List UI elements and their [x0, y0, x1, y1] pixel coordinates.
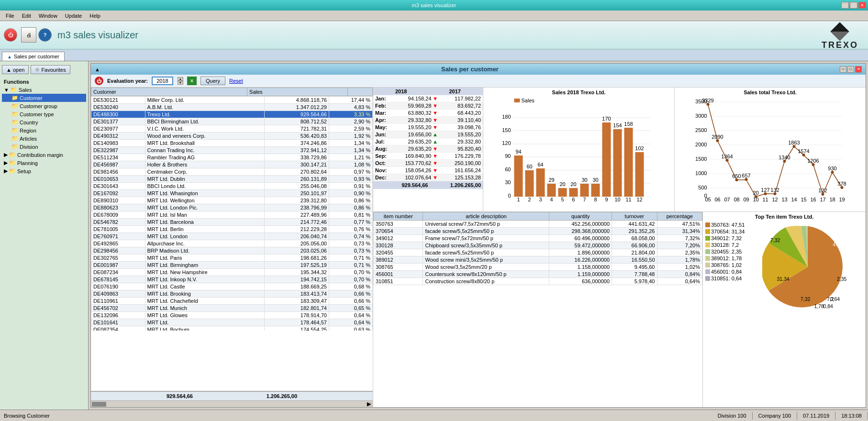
cell-pct: 0,93 % [329, 176, 372, 183]
table-row[interactable]: DE087354 MRT Ltd. Bochum 174.554,25 0,63… [91, 326, 373, 331]
minimize-btn[interactable]: ─ [841, 2, 849, 9]
cell-pct: 0,66 % [329, 298, 372, 305]
table-row[interactable]: DE001987 MRT Ltd. Birmingham 197.525,19 … [91, 262, 373, 269]
table-row[interactable]: DE530240 A.B.M. Ltd. 1.347.012,29 4,83 % [91, 104, 373, 111]
sidebar-item-sales[interactable]: ▼ 📁 Sales [2, 86, 86, 94]
sidebar-item-country[interactable]: 📁 Country [2, 118, 86, 126]
win-maximize-btn[interactable]: □ [847, 66, 854, 73]
col-percentage: percentage [657, 212, 702, 221]
table-row[interactable]: DE101641 MRT Ltd. 178.464,57 0,64 % [91, 319, 373, 326]
open-button[interactable]: ▲ open [2, 65, 29, 74]
favourites-button[interactable]: ☆ Favourites [31, 65, 70, 74]
table-row[interactable]: DE230977 V.I.C. Work Ltd. 721.782,31 2,5… [91, 125, 373, 133]
table-row[interactable]: DE456987 Holler & Brothers 300.147,21 1,… [91, 161, 373, 168]
folder-icon-customer: 📁 [11, 95, 18, 101]
menu-file[interactable]: File [2, 12, 18, 20]
table-row[interactable]: DE322987 Connan Trading Inc. 372.941,12 … [91, 147, 373, 154]
table-row[interactable]: DE167092 MRT Ltd. Whasington 250.101,97 … [91, 190, 373, 197]
table-row[interactable]: DE301377 BBCI Birmingham Ltd. 808.712,52… [91, 118, 373, 125]
table-row[interactable]: DE488300 Trexo Ltd. 929.564,66 3,33 % [91, 111, 373, 118]
customer-table: Customer Sales DE530121 Miller Corp. Ltd… [91, 88, 373, 391]
cell-customer-name: MRT Ltd. Brookshall [145, 140, 264, 147]
table-row[interactable]: DE409863 MRT Ltd. Brooking 183.413,74 0,… [91, 290, 373, 298]
total-2018: 929.564,66 [167, 393, 193, 399]
val-2018: 29.635,20 [389, 139, 432, 144]
year-down[interactable]: ▼ [178, 81, 183, 85]
query-button[interactable]: Query [200, 77, 225, 85]
table-row[interactable]: DE546782 MRT Ltd. Barcelona 214.772,46 0… [91, 219, 373, 226]
table-row[interactable]: DE302765 MRT Ltd. Paris 198.681,26 0,71 … [91, 255, 373, 262]
cell-item-num: 370654 [374, 228, 423, 235]
sidebar-item-division[interactable]: 📁 Division [2, 143, 86, 151]
scroll-right-btn[interactable]: ▶ [366, 402, 372, 407]
table-row[interactable]: DE781005 MRT Ltd. Berlin 212.229,28 0,76… [91, 226, 373, 233]
items-table-row[interactable]: 310851 Construction screw/8x80/20 p 636,… [374, 278, 702, 285]
sidebar-item-region[interactable]: 📁 Region [2, 126, 86, 134]
table-row[interactable]: DE140983 MRT Ltd. Brookshall 374.246,86 … [91, 140, 373, 147]
cell-customer-name: MRT Ltd. Castle [145, 283, 264, 290]
menu-window[interactable]: Window [35, 12, 61, 20]
year-up[interactable]: ▲ [178, 77, 183, 81]
table-row[interactable]: DE132096 MRT Ltd. Glowes 178.914,70 0,64… [91, 312, 373, 319]
year-input[interactable] [152, 77, 173, 85]
table-row[interactable]: DE456702 MRT Ltd. Munich 182.801,74 0,65… [91, 305, 373, 312]
table-row[interactable]: DE010653 MRT Ltd. Dublin 260.131,89 0,93… [91, 176, 373, 183]
maximize-btn[interactable]: □ [850, 2, 857, 9]
tab-sales-per-customer[interactable]: ▲ Sales per customer [2, 52, 65, 61]
items-table-row[interactable]: 350763 Universal screw/7,5x72mm/50 p 452… [374, 221, 702, 228]
menu-update[interactable]: Update [61, 12, 86, 20]
sidebar-item-planning[interactable]: ▶ 📁 Planning [2, 159, 86, 167]
cell-sales: 227.489,96 [264, 211, 329, 219]
cell-item-turnover: 21.804,00 [612, 249, 657, 256]
table-row[interactable]: DE301643 BBCI Londo Ltd. 255.046,08 0,91… [91, 183, 373, 190]
sidebar-item-contribution[interactable]: ▶ 📁 Contribution margin [2, 151, 86, 159]
menu-help[interactable]: Help [86, 12, 104, 20]
scroll-thumb[interactable] [92, 402, 106, 407]
table-row[interactable]: DE492865 Allpurchase Inc. 205.056,00 0,7… [91, 240, 373, 247]
table-row[interactable]: DE511234 Rambler Trading AG 338.729,86 1… [91, 154, 373, 161]
svg-text:11: 11 [625, 197, 631, 202]
sidebar-item-customer-type[interactable]: 📁 Customer type [2, 110, 86, 118]
sidebar-item-articles[interactable]: 📁 Articles [2, 134, 86, 143]
sidebar-controls: ▲ open ☆ Favourites [2, 63, 86, 78]
table-row[interactable]: DE490312 Wood and veneers Corp. 536.420,… [91, 133, 373, 140]
svg-text:10: 10 [614, 197, 620, 202]
table-row[interactable]: DE981456 Centmaker Corp. 270.802,64 0,97… [91, 168, 373, 176]
table-row[interactable]: DE076190 MRT Ltd. Castle 188.669,25 0,68… [91, 283, 373, 290]
sidebar-item-setup[interactable]: ▶ 📁 Setup [2, 167, 86, 175]
cell-item-qty: 1.158,000000 [549, 264, 612, 271]
horizontal-scrollbar[interactable]: ▶ [91, 400, 373, 407]
table-row[interactable]: DE298456 BRP Madison Ltd. 203.025,06 0,7… [91, 247, 373, 255]
content-window: ▲ Sales per customer ─ □ ✕ ⏻ Evaluation … [90, 63, 866, 408]
menu-edit[interactable]: Edit [18, 12, 35, 20]
print-icon[interactable]: 🖨 [21, 27, 36, 43]
val-2018: 153.770,62 [389, 160, 432, 166]
table-row[interactable]: DE087234 MRT Ltd. New Hampshire 195.344,… [91, 269, 373, 276]
win-close-btn[interactable]: ✕ [855, 66, 862, 73]
items-table-row[interactable]: 308765 Wood screw/3,5x25mm/20 p 1.158,00… [374, 264, 702, 271]
sidebar-item-customer-group[interactable]: 📁 Customer group [2, 102, 86, 110]
table-row[interactable]: DE890310 MRT Ltd. Wellington 239.312,80 … [91, 197, 373, 204]
table-row[interactable]: DE678145 MRT Ltd. Inkoop N.V. 194.742,15… [91, 276, 373, 283]
export-xls-btn[interactable]: X [187, 77, 197, 85]
table-row[interactable]: DE880623 MRT Ltd. London Pic. 238.796,99… [91, 204, 373, 211]
table-row[interactable]: DE678009 MRT Ltd. Isl Man 227.489,96 0,8… [91, 211, 373, 219]
items-table-row[interactable]: 349012 Frame screw/7,5x72mm/50 p 60.496,… [374, 235, 702, 242]
table-row[interactable]: DE110961 MRT Ltd. Chachefield 183.309,47… [91, 298, 373, 305]
val-2018: 94.158,24 [389, 96, 432, 101]
sidebar-item-customer[interactable]: 📁 Customer [2, 94, 86, 102]
power-icon[interactable]: ⏻ [4, 28, 17, 42]
table-row[interactable]: DE760971 MRT Ltd. London 206.040,74 0,74… [91, 233, 373, 240]
items-table-row[interactable]: 320455 facade screw/5,5x25mm/50 p 1.896,… [374, 249, 702, 256]
help-icon[interactable]: ? [38, 28, 52, 42]
pie-chart-panel: Top Ten item Trexo Ltd. 350763: 47,51 [703, 212, 866, 407]
items-table-row[interactable]: 456001 Countersunk screw/8x120mm/50 p 1.… [374, 271, 702, 278]
table-row[interactable]: DE530121 Miller Corp. Ltd. 4.868.118,76 … [91, 97, 373, 104]
close-app-btn[interactable]: ✕ [858, 2, 866, 9]
reset-button[interactable]: Reset [229, 78, 243, 84]
table-scroll[interactable]: DE530121 Miller Corp. Ltd. 4.868.118,76 … [91, 96, 373, 331]
items-table-row[interactable]: 389012 Wood screw mini/3,5x25mm/50 p 16.… [374, 256, 702, 264]
items-table-row[interactable]: 370654 facade screw/5,5x25mm/50 p 298.36… [374, 228, 702, 235]
items-table-row[interactable]: 330128 Chipboard screw/3,5x35mm/50 p 59.… [374, 242, 702, 249]
win-minimize-btn[interactable]: ─ [840, 66, 846, 73]
